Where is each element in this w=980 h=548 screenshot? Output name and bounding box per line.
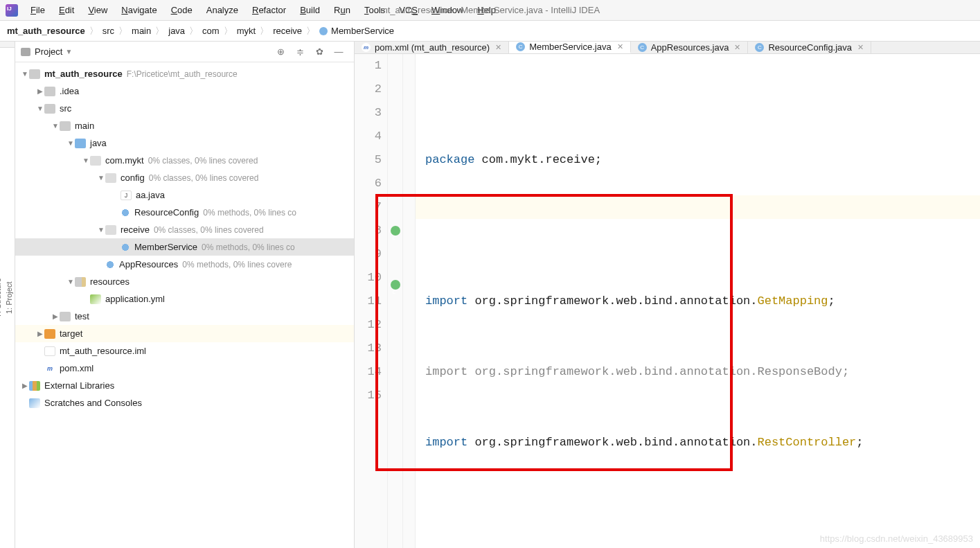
settings-icon[interactable]: ✿ [313, 46, 326, 58]
java-class-icon [121, 208, 130, 218]
module-icon [29, 69, 40, 79]
java-class-icon: C [755, 43, 764, 52]
editor-tabs: mpom.xml (mt_auth_resource)✕ CMemberServ… [355, 42, 980, 54]
yaml-file-icon [90, 294, 101, 304]
tree-aa-java[interactable]: Jaa.java [15, 186, 354, 204]
spring-bean-icon[interactable] [391, 280, 400, 290]
close-icon[interactable]: ✕ [495, 43, 501, 52]
tree-scratches[interactable]: Scratches and Consoles [15, 394, 354, 412]
watermark-text: https://blog.csdn.net/weixin_43689953 [820, 533, 973, 544]
tree-ext-libs[interactable]: ▶External Libraries [15, 377, 354, 394]
iml-file-icon [44, 346, 55, 356]
project-view-label[interactable]: Project [35, 46, 62, 57]
java-class-icon [105, 260, 115, 269]
maven-file-icon: m [44, 364, 55, 373]
left-tool-gutter: 1: Project 7: Structure [0, 42, 15, 548]
package-icon [90, 156, 101, 166]
menu-edit[interactable]: Edit [52, 2, 81, 18]
tree-iml[interactable]: mt_auth_resource.iml [15, 342, 354, 360]
crumb-class[interactable]: MemberService [331, 26, 394, 36]
maven-file-icon: m [362, 43, 371, 52]
java-class-icon: C [638, 43, 647, 52]
menu-run[interactable]: Run [327, 2, 357, 18]
tree-pkg-mykt[interactable]: ▼com.mykt0% classes, 0% lines covered [15, 152, 354, 169]
menu-analyze[interactable]: Analyze [199, 2, 245, 18]
code-editor[interactable]: 123456789101112131415 package com.mykt.r… [355, 54, 980, 548]
tree-resources[interactable]: ▼resources [15, 273, 354, 290]
project-tree[interactable]: ▼mt_auth_resourceF:\Pricetice\mt_auth_re… [15, 62, 354, 548]
tree-main[interactable]: ▼main [15, 117, 354, 134]
menu-refactor[interactable]: Refactor [245, 2, 293, 18]
tree-pkg-receive[interactable]: ▼receive0% classes, 0% lines covered [15, 221, 354, 238]
tree-root[interactable]: ▼mt_auth_resourceF:\Pricetice\mt_auth_re… [15, 65, 354, 82]
breadcrumb[interactable]: mt_auth_resource 〉src 〉main 〉java 〉com 〉… [7, 25, 394, 37]
tab-resource-config[interactable]: CResourceConfig.java✕ [748, 42, 871, 53]
package-icon [105, 173, 116, 183]
crumb-main[interactable]: main [132, 26, 151, 36]
project-tool-window: Project ▼ ⊕ ≑ ✿ — ▼mt_auth_resourceF:\Pr… [15, 42, 355, 548]
tree-target[interactable]: ▶target [15, 325, 354, 342]
intellij-logo-icon [6, 4, 18, 17]
folder-icon [60, 312, 71, 321]
fold-gutter [403, 54, 416, 548]
folder-icon [60, 121, 71, 131]
resources-folder-icon [75, 277, 86, 287]
libraries-icon [29, 381, 40, 391]
hide-icon[interactable]: — [332, 46, 345, 58]
menu-window[interactable]: Window [425, 2, 470, 18]
crumb-mykt[interactable]: mykt [237, 26, 256, 36]
locate-icon[interactable]: ⊕ [274, 46, 287, 58]
spring-bean-icon[interactable] [391, 226, 400, 236]
close-icon[interactable]: ✕ [857, 43, 864, 52]
tab-member-service[interactable]: CMemberService.java✕ [509, 42, 631, 53]
crumb-receive[interactable]: receive [273, 26, 302, 36]
editor-area: mpom.xml (mt_auth_resource)✕ CMemberServ… [355, 42, 980, 548]
java-class-icon: C [516, 42, 525, 51]
tree-idea[interactable]: ▶.idea [15, 82, 354, 100]
java-class-icon [319, 27, 328, 35]
project-header: Project ▼ ⊕ ≑ ✿ — [15, 42, 354, 62]
tree-pkg-config[interactable]: ▼config0% classes, 0% lines covered [15, 169, 354, 186]
tree-java[interactable]: ▼java [15, 134, 354, 152]
tree-app-yml[interactable]: application.yml [15, 290, 354, 308]
package-icon [105, 225, 116, 235]
scratches-icon [29, 398, 40, 408]
tool-tab-project[interactable]: 1: Project [3, 47, 15, 548]
navigation-bar: mt_auth_resource 〉src 〉main 〉java 〉com 〉… [0, 21, 980, 42]
tree-app-resources[interactable]: AppResources0% methods, 0% lines covere [15, 256, 354, 273]
project-view-dropdown-icon[interactable]: ▼ [65, 48, 72, 55]
crumb-java[interactable]: java [168, 26, 185, 36]
menu-navigate[interactable]: Navigate [114, 2, 163, 18]
menu-tools[interactable]: Tools [357, 2, 392, 18]
tab-pom[interactable]: mpom.xml (mt_auth_resource)✕ [355, 42, 509, 53]
tree-src[interactable]: ▼src [15, 100, 354, 117]
source-folder-icon [75, 139, 86, 148]
menu-vcs[interactable]: VCS [392, 2, 425, 18]
code-body[interactable]: package com.mykt.receive; import org.spr… [416, 54, 980, 548]
menu-view[interactable]: View [81, 2, 114, 18]
folder-icon [44, 87, 55, 96]
close-icon[interactable]: ✕ [617, 42, 623, 51]
tab-app-resources[interactable]: CAppResources.java✕ [631, 42, 749, 53]
tree-resource-config[interactable]: ResourceConfig0% methods, 0% lines co [15, 204, 354, 221]
crumb-src[interactable]: src [103, 26, 114, 36]
project-view-icon [21, 48, 30, 56]
java-class-icon [121, 242, 130, 252]
menu-file[interactable]: File [24, 2, 52, 18]
excluded-folder-icon [44, 329, 55, 339]
expand-all-icon[interactable]: ≑ [294, 46, 306, 58]
tool-tab-structure[interactable]: 7: Structure [0, 47, 3, 548]
close-icon[interactable]: ✕ [734, 43, 740, 52]
menu-code[interactable]: Code [164, 2, 199, 18]
menu-bar: File Edit View Navigate Code Analyze Ref… [0, 0, 980, 21]
tree-pom[interactable]: mpom.xml [15, 360, 354, 377]
menu-build[interactable]: Build [293, 2, 327, 18]
tree-test[interactable]: ▶test [15, 308, 354, 325]
tree-member-service-selected[interactable]: MemberService0% methods, 0% lines co [15, 238, 354, 256]
menu-help[interactable]: Help [470, 2, 503, 18]
java-file-icon: J [121, 191, 132, 200]
crumb-root[interactable]: mt_auth_resource [7, 26, 85, 36]
line-number-gutter: 123456789101112131415 [355, 54, 388, 548]
marker-gutter [388, 54, 403, 548]
crumb-com[interactable]: com [202, 26, 220, 36]
